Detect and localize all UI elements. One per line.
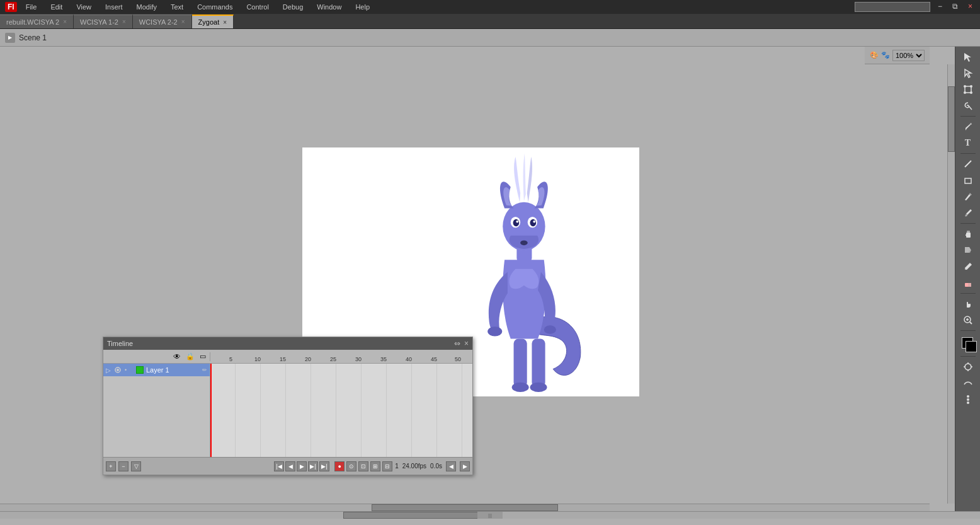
menu-commands[interactable]: Commands	[192, 2, 237, 12]
step-forward-button[interactable]: ▶|	[308, 461, 318, 471]
frame-10: 10	[254, 356, 261, 362]
lock-icon: 🔒	[186, 352, 195, 361]
tool-zoom[interactable]	[959, 313, 977, 328]
svg-point-22	[970, 123, 972, 125]
menu-view[interactable]: View	[71, 2, 96, 12]
tool-options[interactable]	[959, 392, 977, 407]
timeline-header: 👁 🔒 ▭ 5 10 15 20 25 30 35 40	[103, 350, 472, 364]
next-keyframe-button[interactable]: ▶	[460, 461, 470, 471]
frame-35: 35	[380, 356, 387, 362]
bottom-scrollbar[interactable]: |||	[0, 511, 980, 519]
menu-text[interactable]: Text	[166, 2, 188, 12]
svg-point-41	[967, 401, 969, 404]
tool-subselect[interactable]	[959, 66, 977, 81]
svg-point-14	[520, 240, 528, 245]
tool-brush[interactable]	[959, 205, 977, 221]
menu-file[interactable]: File	[21, 2, 42, 12]
v-scrollbar[interactable]	[947, 64, 955, 504]
outline-icon: ▭	[200, 352, 206, 361]
layer-visibility-toggle[interactable]	[113, 366, 122, 374]
delete-layer-button[interactable]: −	[118, 461, 128, 471]
tab-rebuilt-wcisya2[interactable]: rebuilt.WCISYA 2 ×	[0, 14, 74, 28]
onion-outlines-button[interactable]: ⊡	[358, 461, 368, 471]
tool-pen[interactable]	[959, 119, 977, 134]
layer-row-1[interactable]: ▷ • Layer 1 ✏	[103, 364, 210, 376]
menu-window[interactable]: Window	[312, 2, 346, 12]
add-layer-button[interactable]: +	[106, 461, 116, 471]
restore-button[interactable]: ⧉	[950, 2, 960, 12]
svg-point-34	[965, 364, 971, 370]
menu-insert[interactable]: Insert	[100, 2, 128, 12]
tool-paint-bucket[interactable]	[959, 243, 977, 258]
tab-close-wcisya12[interactable]: ×	[122, 18, 126, 25]
title-bar-right: − ⧉ ×	[855, 2, 975, 12]
modify-markers-button[interactable]: ⊟	[382, 461, 392, 471]
minimize-button[interactable]: −	[935, 2, 945, 12]
frame-ruler-area: 5 10 15 20 25 30 35 40 45 50	[210, 350, 472, 364]
close-button[interactable]: ×	[966, 2, 975, 12]
tool-hand[interactable]	[959, 296, 977, 311]
stroke-color-swatch[interactable]	[966, 341, 977, 352]
menu-edit[interactable]: Edit	[45, 2, 67, 12]
tab-close-wcisya22[interactable]: ×	[181, 18, 185, 25]
tool-eyedropper[interactable]	[959, 259, 977, 274]
tool-line[interactable]	[959, 156, 977, 171]
tool-smooth[interactable]	[959, 376, 977, 391]
v-scrollbar-thumb[interactable]	[948, 86, 955, 153]
tab-close-rebuilt[interactable]: ×	[63, 18, 67, 25]
menu-help[interactable]: Help	[350, 2, 375, 12]
toolbar-separator-2	[960, 153, 976, 154]
layer-lock-toggle[interactable]: •	[125, 367, 134, 373]
tool-text[interactable]: T	[959, 136, 977, 151]
timeline-close-icon[interactable]: ×	[464, 339, 469, 348]
tab-label: rebuilt.WCISYA 2	[6, 18, 59, 26]
tool-pencil[interactable]	[959, 189, 977, 204]
timeline-resize-icon[interactable]: ⇔	[454, 339, 460, 348]
scene-icon: ▶	[5, 33, 15, 43]
h-scrollbar[interactable]	[0, 504, 930, 511]
zoom-icon: 🎨	[870, 51, 879, 59]
onion-skin-button[interactable]: ⊙	[346, 461, 356, 471]
menu-modify[interactable]: Modify	[132, 2, 162, 12]
svg-point-21	[970, 91, 972, 94]
frame-panel[interactable]: // This will be rendered inline; placeho…	[210, 364, 472, 457]
tool-select[interactable]	[959, 49, 977, 64]
h-scrollbar-thumb[interactable]	[372, 504, 557, 511]
loop-button[interactable]: ●	[334, 461, 345, 471]
svg-point-18	[964, 85, 966, 88]
canvas-area: Timeline ⇔ × 👁 🔒 ▭ 5	[0, 47, 955, 511]
playhead[interactable]	[210, 364, 212, 457]
add-folder-button[interactable]: ▽	[131, 461, 141, 471]
tool-snap[interactable]	[959, 359, 977, 374]
zoom-select[interactable]: 100% 50% 200% 25%	[892, 50, 925, 61]
svg-point-11	[530, 219, 537, 227]
tool-ink-bottle[interactable]	[959, 226, 977, 241]
go-end-button[interactable]: ▶|	[319, 461, 329, 471]
color-swatches	[959, 335, 977, 352]
svg-point-10	[513, 219, 520, 227]
play-button[interactable]: ▶	[297, 461, 307, 471]
svg-line-23	[965, 161, 971, 167]
bottom-scrollbar-thumb[interactable]	[343, 512, 490, 519]
tab-close-zygoat[interactable]: ×	[223, 19, 227, 26]
layer-anim-icon: ▷	[106, 367, 111, 374]
edit-multiple-frames-button[interactable]: ⊞	[370, 461, 380, 471]
step-back-button[interactable]: ◀	[285, 461, 295, 471]
tab-wcisya22[interactable]: WCISYA 2-2 ×	[133, 14, 192, 28]
tool-free-transform[interactable]	[959, 82, 977, 97]
svg-point-40	[967, 398, 969, 401]
prev-keyframe-button[interactable]: ◀	[446, 461, 456, 471]
tool-rect[interactable]	[959, 173, 977, 188]
layer-col-header: 👁 🔒 ▭	[103, 352, 210, 361]
tab-zygoat[interactable]: Zygoat ×	[192, 14, 234, 28]
tab-wcisya12[interactable]: WCISYA 1-2 ×	[74, 14, 133, 28]
menu-debug[interactable]: Debug	[278, 2, 308, 12]
menu-control[interactable]: Control	[241, 2, 273, 12]
tool-eraser[interactable]	[959, 275, 977, 291]
svg-rect-17	[965, 86, 971, 93]
search-input[interactable]	[855, 2, 930, 12]
timeline-content: ▷ • Layer 1 ✏	[103, 364, 472, 457]
go-start-button[interactable]: |◀	[274, 461, 284, 471]
scene-label: Scene 1	[19, 33, 47, 42]
tool-lasso[interactable]	[959, 98, 977, 113]
